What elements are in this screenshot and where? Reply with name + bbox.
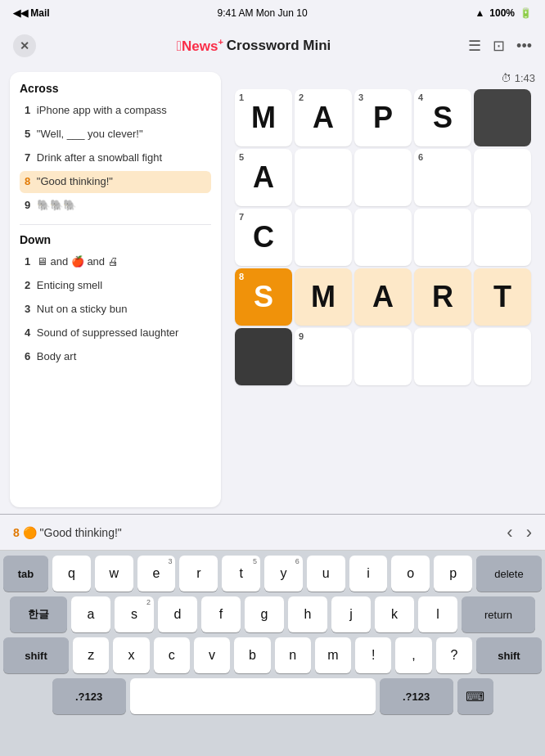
key-keyboard-icon[interactable]: ⌨ [457,678,493,714]
key-e[interactable]: e3 [137,556,176,592]
key-question[interactable]: ? [436,637,472,673]
key-d[interactable]: d [158,596,197,632]
hint-clue-text: "Good thinking!" [40,526,122,539]
key-s[interactable]: s2 [115,596,154,632]
keyboard-hint: 8 🟠 "Good thinking!" ‹ › [0,515,545,551]
clue-number: 1 [25,104,30,116]
cell-0-0[interactable]: 1M [235,89,292,146]
key-j[interactable]: j [331,596,371,632]
cell-1-1[interactable] [295,149,352,206]
status-left: ◀ ◀ Mail [13,7,50,19]
key-z[interactable]: z [73,637,109,673]
status-bar: ◀ ◀ Mail 9:41 AM Mon Jun 10 ▲ 100% 🔋 [0,0,545,26]
cell-2-4[interactable] [474,209,531,266]
key-exclaim[interactable]: ! [355,637,391,673]
hint-nav: ‹ › [507,522,532,543]
cell-4-4[interactable] [474,328,531,385]
key-g[interactable]: g [245,596,284,632]
display-icon[interactable]: ⊡ [493,37,505,55]
key-b[interactable]: b [234,637,270,673]
key-o[interactable]: o [391,556,430,592]
cell-2-0[interactable]: 7C [235,209,292,266]
clue-down-1[interactable]: 1 🖥 and 🍎 and 🖨 [20,251,211,273]
key-n[interactable]: n [275,637,311,673]
key-f[interactable]: f [201,596,241,632]
cell-1-3[interactable]: 6 [414,149,471,206]
cell-4-1[interactable]: 9 [295,328,352,385]
key-num-right[interactable]: .?123 [380,678,453,714]
key-h[interactable]: h [288,596,327,632]
clue-across-5[interactable]: 5 "Well, ___ you clever!" [20,124,211,146]
key-k[interactable]: k [375,596,414,632]
more-icon[interactable]: ••• [516,38,532,55]
cell-3-4[interactable]: T [474,268,531,326]
key-m[interactable]: m [315,637,351,673]
key-hangul[interactable]: 한글 [10,596,67,632]
clue-across-1[interactable]: 1 iPhone app with a compass [20,100,211,122]
main-content: Across 1 iPhone app with a compass 5 "We… [0,65,545,514]
key-p[interactable]: p [434,556,472,592]
cell-0-3[interactable]: 4S [414,89,471,146]
status-right: ▲ 100% 🔋 [475,7,532,19]
key-w[interactable]: w [95,556,133,592]
keyboard-row-bottom: .?123 .?123 ⌨ [3,678,542,714]
cell-1-2[interactable] [354,149,412,206]
key-space[interactable] [130,678,376,714]
clue-number: 3 [25,303,30,315]
cell-2-2[interactable] [354,209,412,266]
key-tab[interactable]: tab [3,556,48,592]
key-v[interactable]: v [194,637,230,673]
clue-across-9[interactable]: 9 🐘🐘🐘 [20,195,211,217]
cell-2-1[interactable] [295,209,352,266]
key-return[interactable]: return [462,596,535,632]
clue-number: 8 [25,175,30,187]
key-c[interactable]: c [154,637,190,673]
clue-down-4[interactable]: 4 Sound of suppressed laughter [20,322,211,344]
clue-text: Sound of suppressed laughter [37,326,178,339]
cell-0-1[interactable]: 2A [295,89,352,146]
key-a[interactable]: a [71,596,110,632]
cell-3-0-active[interactable]: 8S [235,268,292,326]
timer-icon: ⏱ [501,72,511,84]
clue-down-2[interactable]: 2 Enticing smell [20,275,211,297]
key-shift-right[interactable]: shift [476,637,542,673]
clue-across-7[interactable]: 7 Drink after a snowball fight [20,147,211,169]
clue-number: 7 [25,151,30,164]
cell-4-3[interactable] [414,328,471,385]
key-y[interactable]: y6 [264,556,303,592]
key-t[interactable]: t5 [222,556,260,592]
list-icon[interactable]: ☰ [468,37,481,55]
key-num-left[interactable]: .?123 [52,678,126,714]
cell-4-0-black [235,328,292,385]
cell-1-0[interactable]: 5A [235,149,292,206]
key-l[interactable]: l [418,596,457,632]
close-button[interactable]: ✕ [13,34,36,57]
key-shift-left[interactable]: shift [3,637,69,673]
key-q[interactable]: q [52,556,91,592]
hint-text: 8 🟠 "Good thinking!" [13,526,122,539]
cell-3-1[interactable]: M [295,268,352,326]
cell-3-2[interactable]: A [354,268,412,326]
clue-text: Nut on a sticky bun [37,303,128,315]
clue-down-6[interactable]: 6 Body art [20,346,211,368]
cell-3-3[interactable]: R [414,268,471,326]
prev-clue-button[interactable]: ‹ [507,522,512,543]
key-comma[interactable]: , [395,637,431,673]
key-delete[interactable]: delete [476,556,542,592]
key-r[interactable]: r [179,556,218,592]
key-x[interactable]: x [113,637,149,673]
clue-text: Body art [37,350,76,362]
cell-4-2[interactable] [354,328,412,385]
clue-text: "Good thinking!" [37,175,113,187]
clue-divider [20,224,211,225]
clue-number: 4 [25,326,30,339]
battery-label: 100% [489,7,515,19]
cell-2-3[interactable] [414,209,471,266]
cell-1-4[interactable] [474,149,531,206]
clue-down-3[interactable]: 3 Nut on a sticky bun [20,299,211,321]
next-clue-button[interactable]: › [526,522,532,543]
key-i[interactable]: i [349,556,388,592]
key-u[interactable]: u [307,556,345,592]
cell-0-2[interactable]: 3P [354,89,412,146]
clue-across-8[interactable]: 8 "Good thinking!" [20,171,211,193]
